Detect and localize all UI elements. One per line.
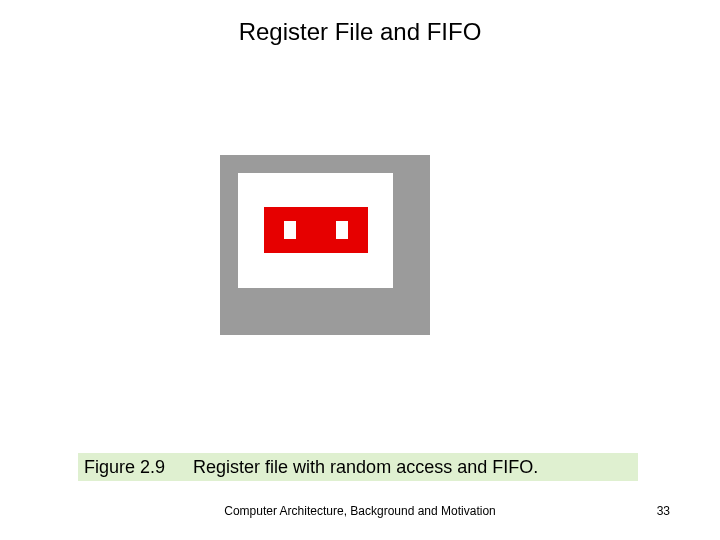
page-number: 33 xyxy=(657,504,670,518)
footer-text: Computer Architecture, Background and Mo… xyxy=(0,504,720,518)
figure-caption: Register file with random access and FIF… xyxy=(193,457,538,478)
broken-image-placeholder xyxy=(220,155,430,335)
figure-label: Figure 2.9 xyxy=(78,457,193,478)
slide: Register File and FIFO Figure 2.9 Regist… xyxy=(0,0,720,540)
figure-caption-bar: Figure 2.9 Register file with random acc… xyxy=(78,453,638,481)
slide-title: Register File and FIFO xyxy=(0,18,720,46)
